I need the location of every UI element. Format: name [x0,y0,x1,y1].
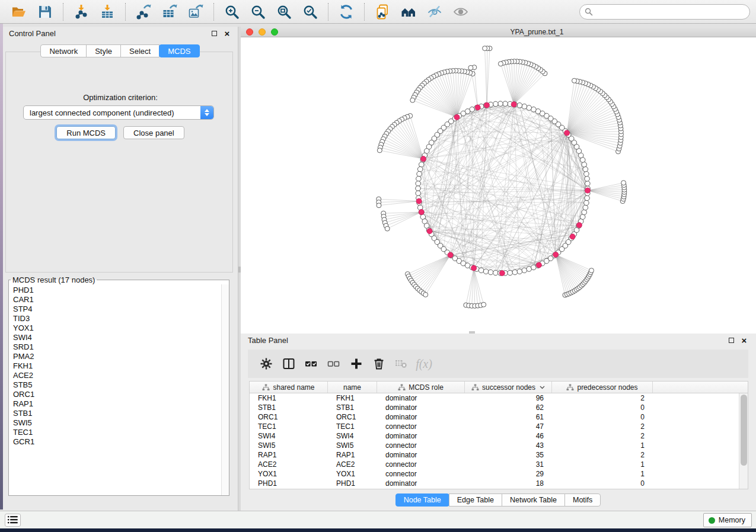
column-header-name[interactable]: name [328,382,377,393]
tab-network[interactable]: Network [40,44,87,57]
mcds-result-item[interactable]: YOX1 [13,323,229,333]
cell-shared-name: ORC1 [250,413,328,421]
tab-style[interactable]: Style [86,44,121,57]
table-row[interactable]: SWI5SWI5connector431 [250,441,748,450]
mcds-result-item[interactable]: SWI5 [13,418,229,428]
table-close-panel-button[interactable]: × [739,336,749,345]
delete-column-button[interactable] [372,357,386,371]
mcds-result-item[interactable]: ACE2 [13,371,229,380]
cell-successor-nodes: 61 [465,413,552,421]
task-history-button[interactable] [5,514,21,527]
save-session-button[interactable] [37,4,53,20]
cell-name: TEC1 [328,422,377,431]
cell-predecessor-nodes: 2 [552,422,653,431]
table-row[interactable]: FKH1FKH1dominator962 [250,393,748,403]
show-columns-button[interactable] [282,357,296,371]
mcds-result-item[interactable]: STP4 [13,305,229,314]
mcds-result-list: PHD1CAR1STP4TID3YOX1SWI4SRD1PMA2FKH1ACE2… [9,284,229,447]
show-all-button [453,4,468,20]
zoom-fit-button[interactable] [276,4,292,20]
tab-select[interactable]: Select [120,44,160,57]
new-network-from-selection-button[interactable] [375,4,390,20]
network-canvas[interactable] [241,37,756,334]
close-mcds-panel-button[interactable]: Close panel [123,126,184,139]
network-graph[interactable] [241,37,756,334]
horizontal-splitter-handle[interactable] [469,331,475,334]
vertical-splitter-handle[interactable] [238,267,241,273]
table-header-row: shared namenameMCDS rolesuccessor nodesp… [250,382,748,393]
mcds-result-item[interactable]: TEC1 [13,428,229,437]
table-row[interactable]: ORC1ORC1dominator610 [250,412,748,422]
mcds-result-item[interactable]: RAP1 [13,399,229,409]
main-toolbar-icons [6,0,474,23]
tab-edge-table[interactable]: Edge Table [449,493,502,507]
table-row[interactable]: TEC1TEC1connector472 [250,422,748,431]
settings-gear-button[interactable] [259,357,273,371]
deselect-all-button[interactable] [327,357,341,371]
float-panel-button[interactable] [209,29,219,39]
mcds-result-scrollbar[interactable] [221,284,229,495]
hide-selected-button[interactable] [427,4,442,20]
mcds-result-item[interactable]: PMA2 [13,352,229,361]
table-row[interactable]: YOX1YOX1connector291 [250,469,748,479]
table-float-panel-button[interactable] [726,336,736,345]
mcds-result-item[interactable]: ORC1 [13,390,229,399]
optimization-criterion-select[interactable]: largest connected component (undirected) [23,105,214,120]
mcds-result-item[interactable]: GCR1 [13,437,229,447]
mcds-result-item[interactable]: FKH1 [13,361,229,371]
cell-name: FKH1 [328,394,377,402]
cell-mcds-role: dominator [377,451,465,459]
cell-successor-nodes: 35 [465,451,552,459]
tab-mcds[interactable]: MCDS [159,44,199,57]
tab-node-table[interactable]: Node Table [395,493,449,507]
export-table-button[interactable] [162,4,177,20]
import-network-button[interactable] [74,4,89,20]
table-row[interactable]: SWI4SWI4dominator462 [250,431,748,441]
table-row[interactable]: RAP1RAP1dominator352 [250,450,748,460]
memory-button[interactable]: Memory [703,513,752,527]
minimize-window-button[interactable] [259,28,266,36]
select-all-button[interactable] [304,357,318,371]
tab-network-table[interactable]: Network Table [502,493,565,507]
search-input[interactable] [579,4,750,20]
column-header-successor-nodes[interactable]: successor nodes [465,382,552,393]
import-table-button[interactable] [100,4,115,20]
mcds-result-item[interactable]: SRD1 [13,342,229,352]
sort-desc-icon [540,386,545,389]
table-scrollbar[interactable] [739,393,748,489]
cell-shared-name: SWI5 [250,441,328,450]
network-window-titlebar[interactable]: YPA_prune.txt_1 [241,27,756,37]
first-neighbors-button[interactable] [401,4,416,20]
mcds-buttons-row: Run MCDS Close panel [3,126,238,139]
column-header-mcds-role[interactable]: MCDS role [377,382,465,393]
status-bar: Memory [0,511,756,528]
close-window-button[interactable] [246,28,253,36]
zoom-selected-button[interactable] [302,4,318,20]
table-row[interactable]: PHD1PHD1dominator180 [250,479,748,488]
list-icon [8,516,18,524]
refresh-network-button[interactable] [339,4,354,20]
table-row[interactable]: STB1STB1dominator620 [250,403,748,412]
table-row[interactable]: ACE2ACE2connector311 [250,460,748,469]
export-network-button[interactable] [136,4,151,20]
tab-motifs[interactable]: Motifs [564,493,601,507]
zoom-in-button[interactable] [224,4,240,20]
mcds-result-item[interactable]: STB1 [13,409,229,418]
mcds-result-item[interactable]: SWI4 [13,333,229,342]
mcds-result-item[interactable]: TID3 [13,314,229,323]
run-mcds-button[interactable]: Run MCDS [56,126,116,139]
export-image-button[interactable] [188,4,203,20]
table-panel: Table Panel × f(x) shared namenameMCDS r… [241,334,756,511]
table-scrollbar-thumb[interactable] [741,395,747,466]
maximize-window-button[interactable] [271,28,278,36]
zoom-out-button[interactable] [250,4,266,20]
mcds-result-item[interactable]: STB5 [13,380,229,390]
open-session-button[interactable] [11,4,27,20]
column-header-predecessor-nodes[interactable]: predecessor nodes [552,382,653,393]
close-panel-button[interactable]: × [222,29,232,39]
column-header-shared-name[interactable]: shared name [250,382,328,393]
mcds-result-item[interactable]: PHD1 [13,286,229,295]
mcds-result-item[interactable]: CAR1 [13,295,229,305]
add-column-button[interactable] [349,357,363,371]
column-header-filler [653,382,748,393]
